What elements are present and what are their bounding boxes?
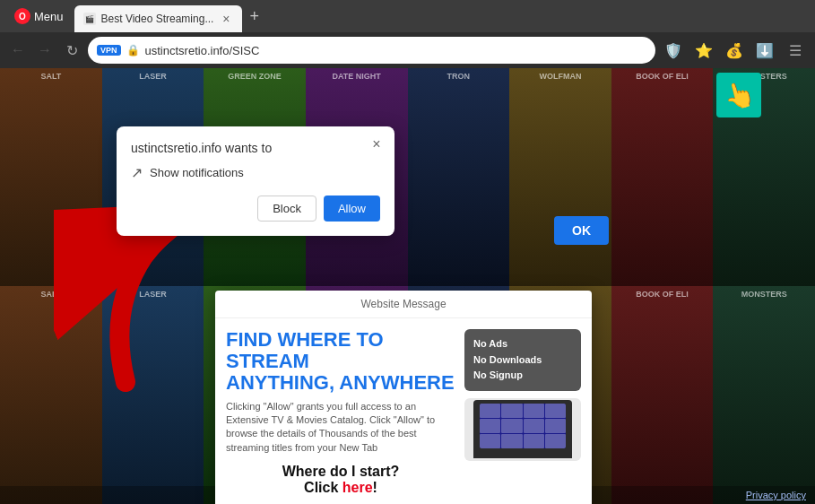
poster-item: BOOK OF ELI (611, 286, 714, 504)
address-input-wrapper[interactable]: VPN 🔒 ustinctsretio.info/SISC (88, 37, 655, 64)
popup-buttons: Block Allow (131, 196, 380, 222)
poster-col-7: MONSTERSMONSTERS (713, 68, 815, 504)
privacy-policy-link[interactable]: Privacy policy (746, 490, 806, 500)
poster-text: GREEN ZONE (204, 68, 306, 84)
website-message-popup: Website Message FIND WHERE TO STREAM ANY… (215, 291, 592, 504)
hand-icon: 👆 (720, 77, 758, 114)
reload-button[interactable]: ↻ (61, 39, 82, 61)
cta-link-text: Click (304, 480, 342, 495)
wm-badge: No Ads No Downloads No Signup (464, 329, 581, 391)
ok-button[interactable]: OK (554, 216, 609, 245)
notification-icon: ↗ (131, 164, 143, 181)
poster-text: DATE NIGHT (306, 68, 408, 84)
laptop-inner (473, 400, 572, 458)
ls-cell-1 (480, 404, 500, 418)
ls-cell-9 (480, 434, 500, 448)
active-tab[interactable]: 🎬 Best Video Streaming... × (74, 5, 243, 32)
poster-text: MONSTERS (713, 286, 815, 302)
poster-text: LASER (102, 68, 204, 84)
notification-popup: × ustinctsretio.info wants to ↗ Show not… (117, 126, 394, 236)
block-button[interactable]: Block (257, 196, 316, 222)
vpn-badge: VPN (97, 45, 121, 56)
browser-chrome: O Menu 🎬 Best Video Streaming... × + ← →… (0, 0, 815, 68)
cta-text: Where do I start? (282, 464, 400, 479)
tab-favicon: 🎬 (83, 13, 96, 25)
menu-icon[interactable]: ☰ (783, 38, 808, 63)
ls-cell-5 (480, 419, 500, 433)
website-message-subtext: Clicking "Allow" grants you full access … (226, 400, 455, 456)
url-display: ustinctsretio.info/SISC (145, 44, 646, 57)
website-message-headline: FIND WHERE TO STREAM ANYTHING, ANYWHERE (226, 329, 455, 395)
new-tab-button[interactable]: + (246, 4, 263, 30)
download-icon[interactable]: ⬇️ (752, 38, 777, 63)
ls-cell-11 (524, 434, 544, 448)
poster-item: BOOK OF ELI (611, 68, 714, 286)
popup-title: ustinctsretio.info wants to (131, 141, 380, 155)
website-message-header: Website Message (215, 291, 592, 318)
poster-text: SALT (0, 68, 102, 84)
poster-text: BOOK OF ELI (611, 68, 714, 84)
poster-col-6: BOOK OF ELIBOOK OF ELI (611, 68, 714, 504)
cta-here-link[interactable]: here (342, 480, 373, 495)
website-message-right: No Ads No Downloads No Signup (464, 329, 581, 496)
cta-exclaim: ! (373, 480, 377, 495)
toolbar-icons: 🛡️ ⭐ 💰 ⬇️ ☰ (661, 38, 808, 63)
tab-title-text: Best Video Streaming... (101, 13, 214, 25)
tab-bar: O Menu 🎬 Best Video Streaming... × + (0, 0, 815, 32)
ls-cell-2 (501, 404, 522, 418)
ls-cell-3 (524, 404, 544, 418)
poster-item: MONSTERS (713, 286, 815, 504)
shield-icon[interactable]: 🛡️ (661, 38, 686, 63)
laptop-screen (480, 404, 566, 448)
tab-close-button[interactable]: × (219, 12, 233, 26)
headline-part1: FIND WHERE TO STREAM (226, 328, 384, 372)
poster-text: BOOK OF ELI (611, 286, 714, 302)
ls-cell-6 (501, 419, 522, 433)
allow-button[interactable]: Allow (324, 196, 380, 222)
badge-line3: No Signup (473, 368, 572, 384)
address-bar: ← → ↻ VPN 🔒 ustinctsretio.info/SISC 🛡️ ⭐… (0, 32, 815, 68)
browser-menu[interactable]: O Menu (7, 4, 71, 28)
wallet-icon[interactable]: 💰 (722, 38, 747, 63)
website-message-left: FIND WHERE TO STREAM ANYTHING, ANYWHERE … (226, 329, 455, 496)
headline-part3: ANYWHERE (334, 371, 455, 394)
ls-cell-7 (524, 419, 544, 433)
badge-line1: No Ads (473, 336, 572, 352)
star-icon[interactable]: ⭐ (691, 38, 716, 63)
poster-item: TRON (408, 68, 510, 286)
page-background: SALTSALTLASERLASERGREEN ZONEGREEN ZONEDA… (0, 68, 815, 504)
notification-text: Show notifications (150, 166, 244, 179)
ls-cell-12 (545, 434, 566, 448)
poster-item: WOLFMAN (509, 68, 611, 286)
ls-cell-4 (545, 404, 566, 418)
website-message-body: FIND WHERE TO STREAM ANYTHING, ANYWHERE … (215, 318, 592, 504)
lock-icon: 🔒 (126, 44, 140, 56)
headline-part2: ANYTHING, (226, 371, 334, 394)
ls-cell-10 (501, 434, 522, 448)
popup-close-button[interactable]: × (368, 135, 386, 153)
website-message-cta: Where do I start? Click here! (226, 464, 455, 496)
poster-text: TRON (408, 68, 510, 84)
opera-icon: O (14, 8, 30, 24)
badge-line2: No Downloads (473, 352, 572, 369)
menu-label: Menu (34, 10, 64, 23)
back-button[interactable]: ← (7, 39, 29, 61)
forward-button[interactable]: → (34, 39, 56, 61)
teal-element: 👆 (716, 73, 761, 117)
popup-notification-row: ↗ Show notifications (131, 164, 380, 181)
poster-text: WOLFMAN (509, 68, 611, 84)
laptop-preview (464, 398, 581, 461)
ls-cell-8 (545, 419, 566, 433)
